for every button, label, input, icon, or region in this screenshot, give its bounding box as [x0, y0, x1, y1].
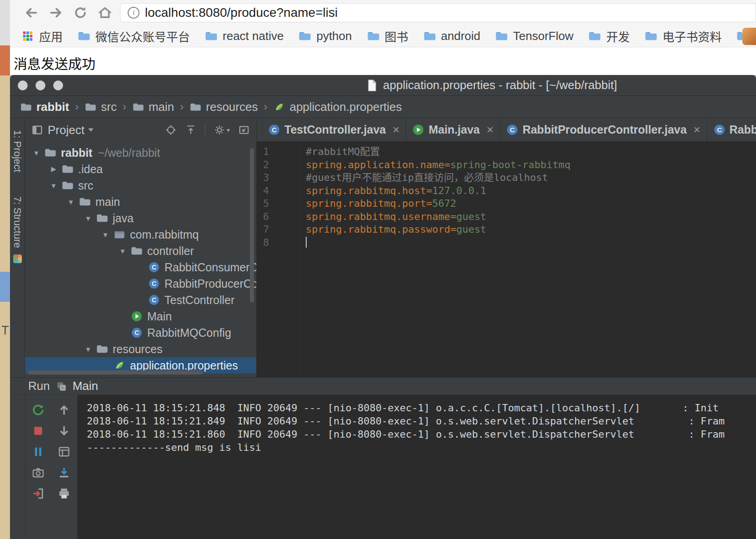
- tree-chevron-icon[interactable]: ▼: [98, 231, 113, 239]
- bookmark-item[interactable]: 微信公众账号平台: [77, 28, 190, 45]
- tree-chevron-icon[interactable]: ▼: [80, 215, 96, 222]
- pause-output-icon[interactable]: [31, 445, 45, 459]
- scroll-to-end-icon[interactable]: [57, 466, 71, 479]
- code-token: spring.rabbitmq.username: [306, 211, 450, 222]
- spring-leaf-icon: [273, 102, 285, 112]
- code-token: spring.rabbitmq.port: [306, 198, 426, 209]
- settings-icon[interactable]: [214, 124, 225, 136]
- tree-row[interactable]: ▼main: [25, 194, 256, 210]
- breadcrumb-separator: ›: [123, 100, 126, 113]
- tree-chevron-icon[interactable]: ▼: [46, 182, 61, 190]
- tab-close-icon[interactable]: ×: [393, 123, 399, 137]
- close-window-button[interactable]: [18, 80, 28, 90]
- minimize-window-button[interactable]: [35, 80, 45, 90]
- run-panel-title[interactable]: Run: [28, 379, 50, 393]
- code-line: spring.rabbitmq.username=guest: [306, 210, 756, 224]
- editor-tab[interactable]: CTestController.java×: [262, 118, 406, 141]
- stop-icon[interactable]: [31, 424, 45, 438]
- bookmark-item[interactable]: python: [298, 29, 352, 43]
- avatar[interactable]: [742, 28, 756, 45]
- folder-icon: [61, 164, 74, 175]
- bookmark-item[interactable]: 图书: [367, 28, 408, 45]
- forward-icon[interactable]: [48, 5, 64, 20]
- breadcrumb-item[interactable]: src: [85, 100, 117, 114]
- restore-layout-icon[interactable]: [57, 445, 71, 459]
- editor-code[interactable]: #rabbitMQ配置spring.application.name=sprin…: [300, 142, 756, 377]
- tree-label: controller: [147, 245, 194, 258]
- tree-row[interactable]: CRabbitProducerController: [25, 275, 256, 292]
- line-number: 5: [263, 197, 300, 210]
- page-info-icon[interactable]: i: [128, 7, 139, 19]
- tree-row[interactable]: CRabbitMQConfig: [25, 324, 256, 341]
- folder-icon: [96, 213, 109, 224]
- stripe-misc-icon[interactable]: [13, 255, 22, 263]
- exit-icon[interactable]: [31, 487, 45, 500]
- project-vertical-scrollbar[interactable]: [250, 148, 254, 303]
- tree-row[interactable]: ▼java: [25, 210, 256, 226]
- tree-row[interactable]: CTestController: [25, 292, 256, 308]
- editor-tab[interactable]: CRabbitProducerController.java×: [500, 118, 707, 141]
- breadcrumb-item[interactable]: rabbit: [20, 100, 69, 114]
- editor-tab[interactable]: CRabbitConsumerController.java: [707, 118, 756, 141]
- tree-row[interactable]: ▼src: [25, 177, 256, 194]
- print-icon[interactable]: [57, 487, 71, 500]
- bookmark-item[interactable]: android: [423, 29, 481, 43]
- tab-close-icon[interactable]: ×: [487, 123, 493, 137]
- editor-gutter: 12345678: [257, 142, 300, 377]
- breadcrumb-item[interactable]: application.properties: [273, 100, 402, 114]
- reload-icon[interactable]: [73, 5, 88, 20]
- page-message: 消息发送成功: [14, 53, 756, 73]
- step-down-icon[interactable]: [57, 424, 71, 438]
- code-token: =: [426, 198, 432, 209]
- tab-close-icon[interactable]: ×: [693, 123, 700, 137]
- home-icon[interactable]: [97, 5, 113, 20]
- tree-row[interactable]: ▼controller: [25, 243, 256, 259]
- tree-chevron-icon[interactable]: ▼: [80, 345, 96, 353]
- tree-row[interactable]: Main: [25, 308, 256, 324]
- breadcrumb-item[interactable]: resources: [189, 100, 258, 114]
- step-up-icon[interactable]: [57, 403, 71, 417]
- tree-chevron-icon[interactable]: ▼: [115, 247, 130, 255]
- tree-chevron-icon[interactable]: ▶: [46, 165, 61, 173]
- project-horizontal-scrollbar[interactable]: [28, 370, 203, 374]
- desktop-edge: T: [0, 0, 10, 539]
- breadcrumb-item[interactable]: main: [132, 100, 174, 114]
- hide-panel-icon[interactable]: [238, 124, 250, 136]
- tree-row[interactable]: ▼com.rabbitmq: [25, 226, 256, 243]
- locate-icon[interactable]: [165, 124, 177, 136]
- rerun-icon[interactable]: [31, 403, 45, 417]
- tree-row[interactable]: ▼rabbit~/web/rabbit: [25, 145, 256, 161]
- tree-row[interactable]: ▼resources: [25, 341, 256, 357]
- back-icon[interactable]: [24, 5, 39, 20]
- breadcrumb-bar: rabbit›src›main›resources›application.pr…: [10, 96, 756, 118]
- tool-window-stripe: 1: Project 7: Structure: [10, 118, 25, 377]
- collapse-all-icon[interactable]: [185, 124, 197, 136]
- tree-chevron-icon[interactable]: ▼: [29, 149, 44, 157]
- breadcrumb-separator: ›: [264, 100, 267, 113]
- thread-dump-icon[interactable]: [31, 466, 45, 479]
- editor-tab[interactable]: Main.java×: [406, 118, 500, 141]
- zoom-window-button[interactable]: [53, 80, 63, 90]
- stripe-project-button[interactable]: 1: Project: [11, 130, 23, 172]
- tree-row[interactable]: CRabbitConsumerController: [25, 259, 256, 275]
- class-icon: C: [130, 327, 143, 338]
- bookmark-item[interactable]: 应用: [21, 28, 63, 45]
- stripe-structure-button[interactable]: 7: Structure: [11, 196, 23, 248]
- bookmark-item[interactable]: react native: [204, 29, 284, 43]
- project-panel-title[interactable]: Project: [48, 123, 85, 137]
- code-token: #rabbitMQ配置: [306, 146, 380, 157]
- bookmark-item[interactable]: TensorFlow: [495, 29, 573, 43]
- console-output[interactable]: 2018-06-11 18:15:21.848 INFO 20649 --- […: [77, 395, 756, 539]
- bookmark-item[interactable]: 电子书资料: [644, 28, 721, 45]
- tree-row[interactable]: ▶.idea: [25, 161, 256, 177]
- tree-label: .idea: [78, 163, 103, 176]
- svg-text:C: C: [152, 280, 156, 287]
- class-icon: C: [148, 262, 160, 273]
- editor-body[interactable]: 12345678 #rabbitMQ配置spring.application.n…: [257, 142, 756, 377]
- code-token: guest: [456, 224, 486, 235]
- tree-chevron-icon[interactable]: ▼: [63, 198, 79, 206]
- bookmark-item[interactable]: 开发: [588, 28, 630, 45]
- url-bar[interactable]: i localhost:8080/produce?name=lisi: [120, 3, 756, 22]
- separator: [205, 124, 205, 136]
- folder-mac-icon: [644, 30, 658, 42]
